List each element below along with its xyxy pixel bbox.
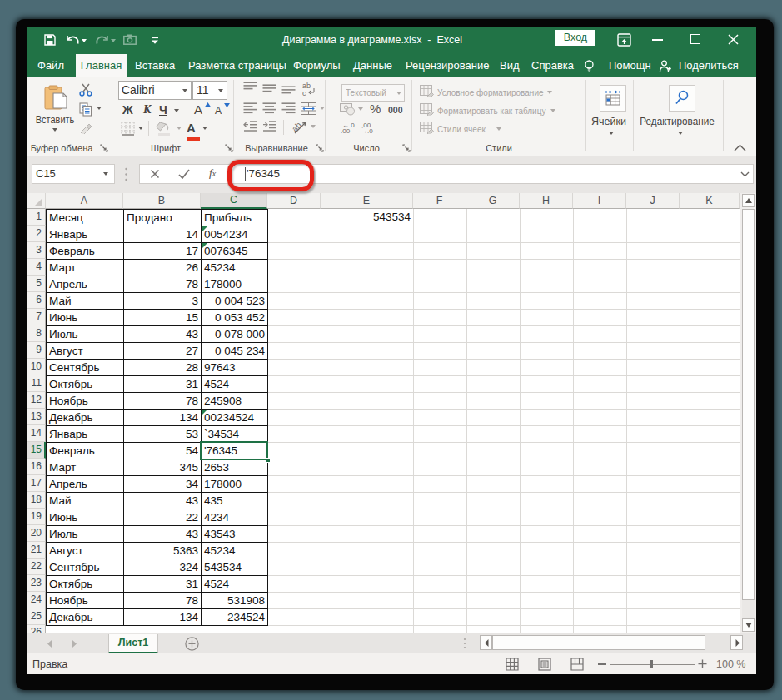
svg-text:c: c [302,89,306,97]
svg-text:,00: ,00 [341,127,351,133]
svg-text:→,0: →,0 [361,127,373,133]
